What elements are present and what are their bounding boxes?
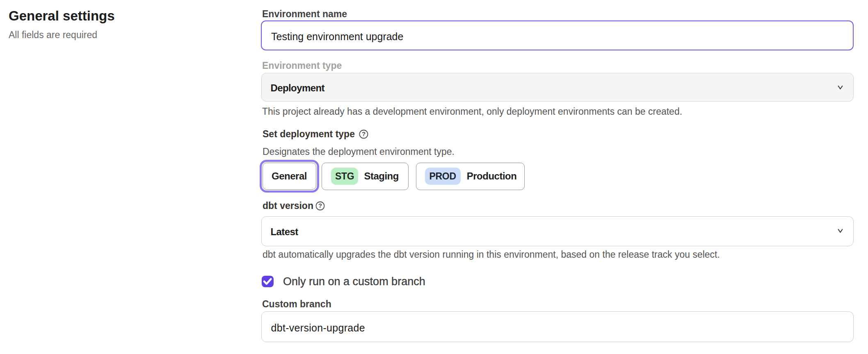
svg-text:?: ? [318,202,322,209]
svg-text:?: ? [362,130,365,137]
